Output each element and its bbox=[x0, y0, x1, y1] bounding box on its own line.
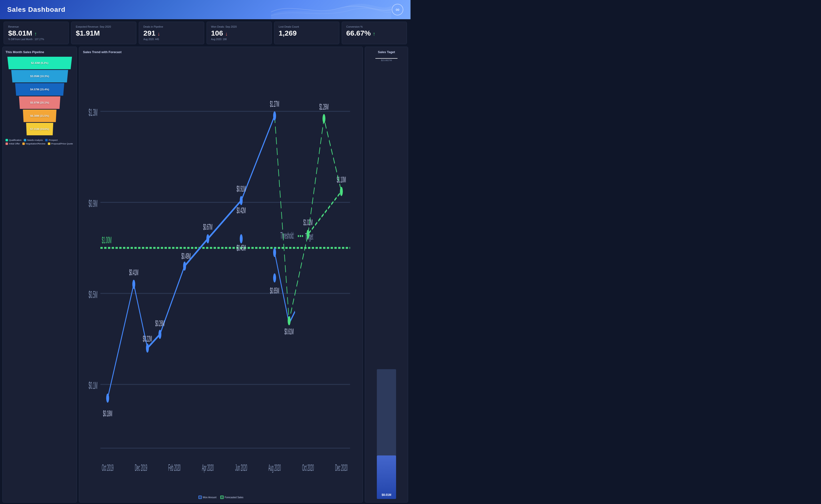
target-bar-background: $8.01M bbox=[377, 369, 396, 499]
line-chart-svg: $1.3M $0.9M $0.5M $0.1M Oct 2019 Dec 201… bbox=[83, 57, 359, 494]
svg-text:$0.42M: $0.42M bbox=[237, 205, 246, 215]
legend-dot-4 bbox=[22, 143, 25, 145]
svg-text:$0.22M: $0.22M bbox=[143, 334, 152, 343]
legend-label-0: Qualification bbox=[9, 139, 21, 141]
funnel-bar-3: $5.97M (20.1%) bbox=[18, 96, 61, 109]
svg-text:$1.27M: $1.27M bbox=[270, 99, 279, 109]
target-bar-fill bbox=[377, 455, 396, 499]
legend-label-2: Prospect bbox=[49, 139, 58, 141]
legend-label-3: Initial Offer bbox=[9, 142, 20, 145]
chart-title: Sales Trend with Forecast bbox=[83, 50, 359, 54]
svg-text:$1.02M: $1.02M bbox=[303, 217, 312, 227]
kpi-card-5: Conversion % 66.67% ↑ bbox=[342, 22, 407, 44]
legend-item-2: Prospect bbox=[45, 139, 58, 141]
svg-text:$0.41M: $0.41M bbox=[129, 268, 138, 277]
svg-text:Threshold:: Threshold: bbox=[280, 231, 294, 241]
svg-text:Oct 2020: Oct 2020 bbox=[302, 463, 314, 473]
svg-text:$0.5M: $0.5M bbox=[88, 289, 97, 300]
kpi-card-3: Won Deals: Sep 2020 106 ↓ Aug 2020: 198 bbox=[206, 22, 272, 44]
svg-text:Aug 2020: Aug 2020 bbox=[268, 463, 281, 473]
legend-item-0: Qualification bbox=[6, 139, 21, 141]
kpi-label-2: Deals in Pipeline bbox=[143, 25, 199, 28]
kpi-label-4: Lost Deals Count bbox=[279, 25, 335, 28]
funnel-panel: This Month Sales Pipeline $2.43M (8.2%)$… bbox=[2, 47, 77, 503]
chart-panel: Sales Trend with Forecast $1.3M $0.9M $0… bbox=[79, 47, 363, 503]
funnel-title: This Month Sales Pipeline bbox=[6, 50, 74, 54]
funnel-chart: $2.43M (8.2%)$3.05M (10.3%)$4.57M (15.4%… bbox=[6, 57, 74, 135]
legend-item-3: Initial Offer bbox=[6, 142, 20, 145]
svg-point-25 bbox=[158, 330, 161, 339]
target-current-value: $8.01M bbox=[377, 493, 396, 497]
svg-text:$0.65M: $0.65M bbox=[270, 286, 279, 295]
kpi-card-4: Lost Deals Count 1,269 bbox=[274, 22, 339, 44]
funnel-bar-5: $7.31M (24.6%) bbox=[25, 123, 54, 135]
kpi-label-3: Won Deals: Sep 2020 bbox=[211, 25, 267, 28]
header-wave bbox=[271, 0, 391, 19]
kpi-value-4: 1,269 bbox=[279, 29, 335, 37]
svg-text:Oct 2019: Oct 2019 bbox=[102, 463, 113, 473]
svg-text:$0.45M: $0.45M bbox=[237, 243, 246, 252]
svg-point-28 bbox=[240, 196, 243, 205]
funnel-bar-2: $4.57M (15.4%) bbox=[14, 83, 65, 96]
legend-dot-2 bbox=[45, 139, 48, 141]
legend-dot-0 bbox=[6, 139, 8, 141]
kpi-card-1: Exepcted Revenue: Sep 2020 $1.91M bbox=[71, 22, 136, 44]
svg-text:$0.18M: $0.18M bbox=[103, 409, 112, 418]
kpi-value-2: 291 ↓ bbox=[143, 29, 199, 37]
svg-text:Dec 2020: Dec 2020 bbox=[335, 463, 348, 473]
legend-label-1: Needs Analysis bbox=[27, 139, 43, 141]
legend-item-5: Proposal/Price Quote bbox=[48, 142, 73, 145]
svg-text:$0.49M: $0.49M bbox=[181, 251, 190, 261]
svg-text:Jun 2020: Jun 2020 bbox=[235, 463, 247, 473]
sales-target-panel: Sales Taget $23.8827M $8.01M bbox=[365, 47, 408, 503]
svg-point-27 bbox=[206, 234, 209, 243]
svg-text:Dec 2019: Dec 2019 bbox=[135, 463, 147, 473]
svg-text:Apr 2020: Apr 2020 bbox=[202, 463, 214, 473]
funnel-bar-0: $2.43M (8.2%) bbox=[6, 57, 73, 69]
funnel-bar-1: $3.05M (10.3%) bbox=[10, 70, 69, 82]
kpi-card-0: Revenue $8.01M ↑ % Diff from Last Month … bbox=[4, 22, 69, 44]
target-bar-container: $8.01M bbox=[368, 65, 405, 499]
main-content: This Month Sales Pipeline $2.43M (8.2%)$… bbox=[0, 47, 410, 504]
svg-point-38 bbox=[240, 234, 243, 243]
kpi-card-2: Deals in Pipeline 291 ↓ Aug 2020: 445 bbox=[139, 22, 204, 44]
target-value-text: $23.8827M bbox=[381, 59, 392, 62]
kpi-value-0: $8.01M ↑ bbox=[8, 29, 64, 37]
svg-point-26 bbox=[183, 261, 186, 271]
svg-text:$1.26M: $1.26M bbox=[319, 102, 328, 111]
kpi-sub-3: Aug 2020: 198 bbox=[211, 38, 267, 41]
target-line-separator bbox=[368, 58, 405, 59]
svg-text:$0.91M: $0.91M bbox=[237, 184, 246, 193]
svg-text:$0.61M: $0.61M bbox=[284, 327, 294, 336]
svg-point-23 bbox=[132, 280, 135, 289]
kpi-label-5: Conversion % bbox=[346, 25, 402, 28]
svg-text:$0.67M: $0.67M bbox=[203, 222, 212, 231]
legend-forecast: Forecasted Sales bbox=[220, 496, 243, 499]
svg-point-22 bbox=[106, 393, 109, 403]
funnel-bar-4: $6.38M (21.5%) bbox=[22, 110, 57, 122]
svg-text:$0.9M: $0.9M bbox=[88, 198, 97, 209]
page-title: Sales Dashboard bbox=[7, 6, 65, 13]
chart-legend: Won Amount Forecasted Sales bbox=[83, 496, 359, 499]
kpi-label-1: Exepcted Revenue: Sep 2020 bbox=[76, 25, 132, 28]
kpi-value-1: $1.91M bbox=[76, 29, 132, 37]
svg-point-42 bbox=[273, 273, 276, 282]
legend-won-amount: Won Amount bbox=[198, 496, 216, 499]
sales-target-title: Sales Taget bbox=[378, 50, 395, 54]
kpi-value-5: 66.67% ↑ bbox=[346, 29, 402, 37]
funnel-legend: Qualification Needs Analysis Prospect In… bbox=[6, 139, 74, 145]
chart-area: $1.3M $0.9M $0.5M $0.1M Oct 2019 Dec 201… bbox=[83, 57, 359, 494]
kpi-row: Revenue $8.01M ↑ % Diff from Last Month … bbox=[0, 19, 410, 47]
svg-point-44 bbox=[287, 316, 290, 325]
legend-item-4: Negotiation/Review bbox=[22, 142, 45, 145]
svg-text:$0.1M: $0.1M bbox=[88, 380, 97, 391]
logo-icon: ∞ bbox=[392, 4, 403, 15]
legend-label-5: Proposal/Price Quote bbox=[51, 142, 73, 145]
svg-text:Feb 2020: Feb 2020 bbox=[168, 463, 181, 473]
svg-point-46 bbox=[306, 230, 309, 239]
svg-text:$1.00M: $1.00M bbox=[102, 235, 111, 245]
svg-point-30 bbox=[273, 248, 276, 257]
kpi-label-0: Revenue bbox=[8, 25, 64, 28]
kpi-sub-2: Aug 2020: 445 bbox=[143, 38, 199, 41]
legend-dot-3 bbox=[6, 143, 8, 145]
